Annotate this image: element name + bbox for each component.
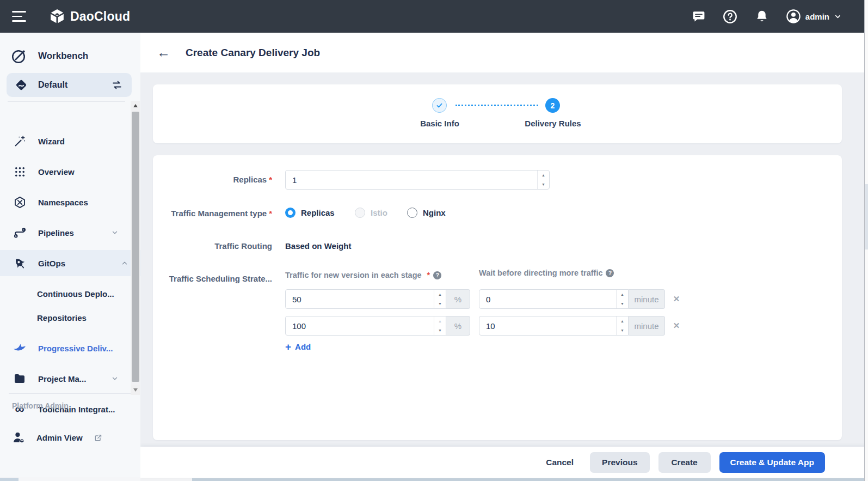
sidebar-item-progressive-delivery[interactable]: Progressive Deliv...	[0, 335, 131, 361]
brand: DaoCloud	[49, 8, 130, 25]
increment-arrow-icon: ▲	[434, 316, 446, 326]
switch-workspace-icon[interactable]	[111, 79, 123, 91]
create-and-update-app-button[interactable]: Create & Update App	[719, 452, 825, 473]
overview-icon	[12, 164, 27, 179]
sidebar-item-continuous-deployment[interactable]: Continuous Deplo...	[0, 281, 131, 307]
stage-1-wait-input-box: ▲ ▼	[479, 289, 629, 309]
increment-arrow-icon[interactable]: ▲	[434, 290, 446, 299]
step-delivery-rules-circle[interactable]: 2	[545, 98, 560, 113]
add-stage-button[interactable]: + Add	[285, 342, 311, 352]
divider	[8, 101, 125, 102]
stage-1-wait-stepper: ▲ ▼	[616, 290, 628, 308]
form-footer: Cancel Previous Create Create & Update A…	[140, 447, 868, 478]
menu-icon[interactable]	[12, 11, 26, 22]
stage-2-traffic-input[interactable]	[286, 316, 434, 335]
decrement-arrow-icon[interactable]: ▼	[434, 299, 446, 308]
add-label: Add	[295, 342, 311, 351]
back-button[interactable]: ←	[157, 46, 170, 59]
sidebar-item-project-management[interactable]: Project Ma...	[0, 366, 131, 392]
create-button[interactable]: Create	[658, 452, 711, 473]
bell-icon[interactable]	[754, 9, 769, 24]
sidebar-item-namespaces[interactable]: Namespaces	[0, 189, 131, 215]
radio-label: Nginx	[423, 208, 446, 217]
stage-1-wait-input[interactable]	[479, 290, 616, 308]
decrement-arrow-icon[interactable]: ▼	[538, 180, 549, 189]
topbar-actions: admin	[691, 9, 868, 24]
sidebar-item-label: Admin View	[36, 433, 83, 442]
tm-option-nginx[interactable]: Nginx	[407, 208, 446, 218]
sidebar-scrollbar[interactable]	[131, 101, 140, 395]
radio-unselected-icon[interactable]	[407, 208, 417, 218]
cancel-button[interactable]: Cancel	[538, 452, 581, 473]
decrement-arrow-icon[interactable]: ▼	[617, 326, 628, 335]
workspace-selector[interactable]: Default	[7, 73, 132, 97]
page-vertical-scrollbar-thumb[interactable]	[865, 184, 868, 249]
stepper-card: 2 Basic Info Delivery Rules	[153, 84, 842, 143]
traffic-scheduling-strategy-label: Traffic Scheduling Strate...	[153, 274, 272, 283]
page-vertical-scrollbar[interactable]	[864, 0, 868, 481]
daocloud-logo-icon	[49, 8, 65, 25]
remove-stage-1-button[interactable]: ✕	[671, 294, 682, 305]
scroll-up-arrow[interactable]	[131, 101, 140, 111]
help-icon[interactable]: ?	[433, 271, 441, 279]
main-horizontal-scrollbar-thumb[interactable]	[192, 478, 868, 481]
stage-2-wait-stepper: ▲ ▼	[616, 316, 628, 335]
required-asterisk: *	[269, 209, 272, 218]
stage-2-wait-input-box: ▲ ▼	[479, 316, 629, 336]
sidebar-item-admin-view[interactable]: Admin View	[0, 424, 131, 450]
wizard-icon	[12, 133, 27, 149]
sidebar-item-workbench[interactable]: Workbench	[0, 42, 131, 70]
stage-1-traffic-input[interactable]	[286, 290, 434, 308]
plus-icon: +	[285, 342, 291, 352]
sidebar-item-label: Project Ma...	[38, 374, 100, 383]
chat-icon[interactable]	[691, 9, 706, 24]
previous-button[interactable]: Previous	[590, 452, 649, 473]
radio-label: Replicas	[301, 208, 335, 217]
help-icon[interactable]	[723, 9, 738, 24]
replicas-input-box: ▲ ▼	[285, 170, 550, 190]
replicas-input[interactable]	[286, 171, 537, 189]
increment-arrow-icon[interactable]: ▲	[617, 290, 628, 299]
required-asterisk: *	[427, 271, 430, 279]
minute-unit-label: minute	[629, 289, 665, 309]
scroll-down-arrow[interactable]	[131, 385, 140, 395]
sidebar-item-overview[interactable]: Overview	[0, 159, 131, 185]
replicas-stepper: ▲ ▼	[537, 171, 549, 189]
progressive-delivery-bird-icon	[12, 340, 27, 356]
sidebar-horizontal-scrollbar[interactable]	[0, 477, 140, 481]
external-link-icon	[94, 433, 103, 442]
main-horizontal-scrollbar[interactable]	[140, 478, 868, 481]
workspace-name: Default	[38, 80, 101, 90]
tm-option-replicas[interactable]: Replicas	[285, 208, 335, 218]
stage-2-wait-input[interactable]	[479, 316, 616, 335]
decrement-arrow-icon[interactable]: ▼	[434, 326, 446, 335]
radio-selected-icon[interactable]	[285, 208, 296, 218]
sidebar-scrollbar-thumb[interactable]	[132, 112, 139, 382]
user-menu[interactable]: admin	[786, 9, 842, 24]
sidebar-item-gitops[interactable]: GitOps	[0, 250, 140, 276]
increment-arrow-icon[interactable]: ▲	[617, 316, 628, 326]
chevron-down-icon	[111, 229, 119, 236]
step-basic-info-circle[interactable]	[432, 98, 447, 113]
remove-stage-2-button[interactable]: ✕	[671, 320, 682, 331]
topbar: DaoCloud	[0, 0, 868, 33]
sidebar-item-wizard[interactable]: Wizard	[0, 128, 131, 154]
traffic-management-type-label: Traffic Management type*	[153, 209, 272, 218]
user-name: admin	[805, 12, 829, 21]
sidebar-item-pipelines[interactable]: Pipelines	[0, 220, 131, 246]
tm-option-istio[interactable]: Istio	[355, 208, 387, 218]
wait-traffic-column-header: Wait before directing more traffic ?	[479, 269, 614, 277]
sidebar-item-repositories[interactable]: Repositories	[0, 305, 131, 331]
admin-user-icon	[12, 431, 26, 445]
sidebar-horizontal-scrollbar-thumb[interactable]	[0, 478, 19, 481]
step-delivery-rules-label: Delivery Rules	[525, 119, 581, 128]
traffic-routing-label: Traffic Routing	[153, 241, 272, 251]
brand-name: DaoCloud	[70, 9, 130, 24]
decrement-arrow-icon[interactable]: ▼	[617, 299, 628, 308]
increment-arrow-icon[interactable]: ▲	[538, 171, 549, 180]
traffic-routing-value: Based on Weight	[285, 241, 351, 251]
chevron-down-icon	[834, 13, 842, 21]
help-icon[interactable]: ?	[606, 269, 614, 277]
traffic-stage-column-header: Traffic for new version in each stage* ?	[285, 271, 441, 279]
page-title: Create Canary Delivery Job	[186, 47, 320, 59]
